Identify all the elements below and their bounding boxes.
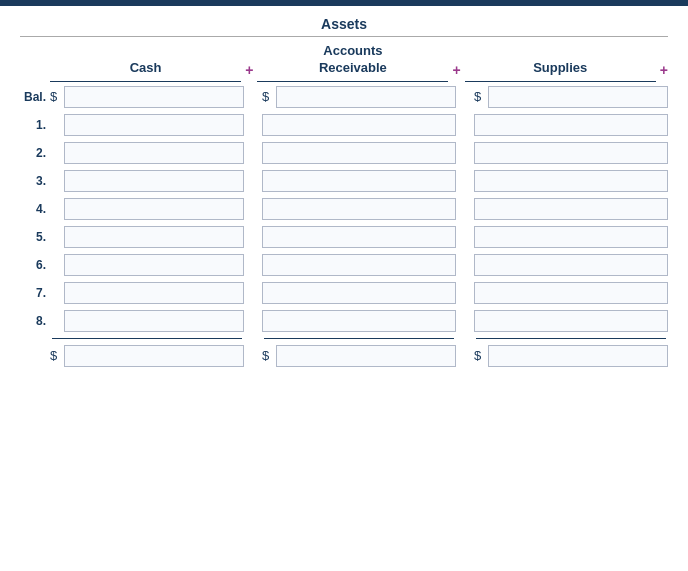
cell-5-cash [50,226,244,248]
row-label-7: 7. [20,286,50,300]
input-7-cash[interactable] [64,282,244,304]
input-8-cash[interactable] [64,310,244,332]
input-4-cash[interactable] [64,198,244,220]
dollar-sign: $ [262,89,272,104]
input-6-supplies[interactable] [474,254,668,276]
input-8-supplies[interactable] [474,310,668,332]
input-5-cash[interactable] [64,226,244,248]
input-4-supplies[interactable] [474,198,668,220]
plus-icon-3: + [656,62,668,78]
input-4-ar[interactable] [262,198,456,220]
row-3: 3. [20,170,668,192]
dollar-sign: $ [50,89,60,104]
input-8-ar[interactable] [262,310,456,332]
input-2-supplies[interactable] [474,142,668,164]
dollar-sign-total-ar: $ [262,348,272,363]
dollar-sign-total-supplies: $ [474,348,484,363]
cell-3-supplies [474,170,668,192]
row-5: 5. [20,226,668,248]
cell-bal-cash: $ [50,86,244,108]
row-label-4: 4. [20,202,50,216]
divider-row [20,338,668,339]
input-7-ar[interactable] [262,282,456,304]
cell-1-ar [262,114,456,136]
cell-8-supplies [474,310,668,332]
cell-2-supplies [474,142,668,164]
input-5-ar[interactable] [262,226,456,248]
plus-icon-1: + [241,62,257,78]
cell-8-ar [262,310,456,332]
input-5-supplies[interactable] [474,226,668,248]
row-7: 7. [20,282,668,304]
cell-1-supplies [474,114,668,136]
input-2-ar[interactable] [262,142,456,164]
row-6: 6. [20,254,668,276]
cell-3-ar [262,170,456,192]
cell-4-ar [262,198,456,220]
plus-icon-2: + [448,62,464,78]
row-label-3: 3. [20,174,50,188]
input-6-cash[interactable] [64,254,244,276]
divider-cash [52,338,242,339]
row-8: 8. [20,310,668,332]
input-1-ar[interactable] [262,114,456,136]
cell-2-ar [262,142,456,164]
cell-8-cash [50,310,244,332]
cell-3-cash [50,170,244,192]
divider-ar [264,338,454,339]
cell-7-ar [262,282,456,304]
col-header-supplies: Supplies [465,60,656,82]
cell-6-supplies [474,254,668,276]
row-1: 1. [20,114,668,136]
dollar-sign: $ [474,89,484,104]
cell-total-supplies: $ [474,345,668,367]
cell-6-cash [50,254,244,276]
cell-1-cash [50,114,244,136]
row-label-2: 2. [20,146,50,160]
input-1-supplies[interactable] [474,114,668,136]
dollar-sign-total-cash: $ [50,348,60,363]
row-label-6: 6. [20,258,50,272]
cell-5-ar [262,226,456,248]
input-bal-cash[interactable] [64,86,244,108]
cell-5-supplies [474,226,668,248]
input-2-cash[interactable] [64,142,244,164]
row-label-5: 5. [20,230,50,244]
input-3-supplies[interactable] [474,170,668,192]
col-header-accounts-receivable: AccountsReceivable [257,43,448,82]
input-total-supplies[interactable] [488,345,668,367]
cell-7-supplies [474,282,668,304]
cell-bal-supplies: $ [474,86,668,108]
input-7-supplies[interactable] [474,282,668,304]
cell-4-cash [50,198,244,220]
input-bal-supplies[interactable] [488,86,668,108]
cell-6-ar [262,254,456,276]
input-total-ar[interactable] [276,345,456,367]
row-total: $ $ $ [20,345,668,367]
row-2: 2. [20,142,668,164]
main-container: Assets Cash + AccountsReceivable + Suppl… [0,6,688,393]
row-4: 4. [20,198,668,220]
input-3-ar[interactable] [262,170,456,192]
row-label-1: 1. [20,118,50,132]
input-3-cash[interactable] [64,170,244,192]
row-label-bal: Bal. [20,90,50,104]
input-1-cash[interactable] [64,114,244,136]
input-total-cash[interactable] [64,345,244,367]
input-bal-ar[interactable] [276,86,456,108]
divider-supplies [476,338,666,339]
cell-bal-ar: $ [262,86,456,108]
row-label-8: 8. [20,314,50,328]
section-title: Assets [20,16,668,37]
row-bal: Bal. $ $ $ [20,86,668,108]
columns-header: Cash + AccountsReceivable + Supplies + [20,43,668,82]
cell-total-ar: $ [262,345,456,367]
input-6-ar[interactable] [262,254,456,276]
cell-7-cash [50,282,244,304]
cell-2-cash [50,142,244,164]
cell-total-cash: $ [50,345,244,367]
col-header-cash: Cash [50,60,241,82]
cell-4-supplies [474,198,668,220]
